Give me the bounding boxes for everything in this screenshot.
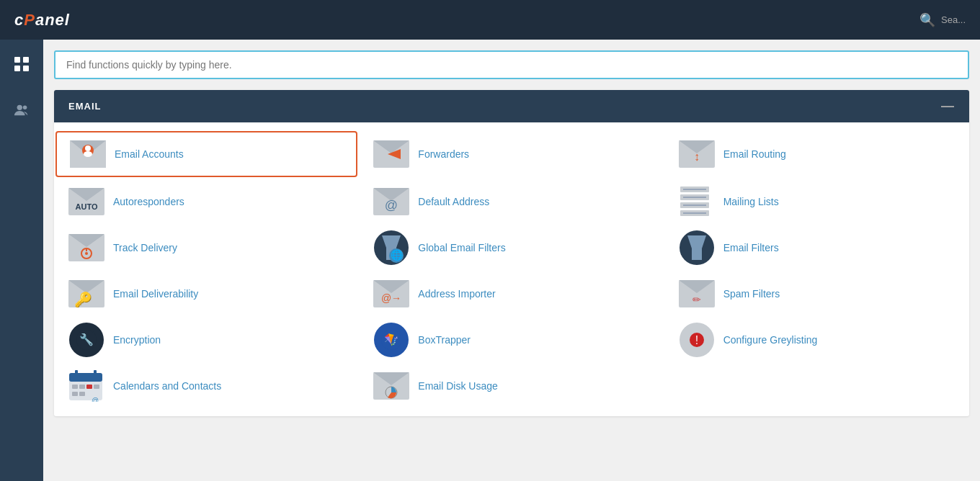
email-disk-usage-label: Email Disk Usage (418, 380, 497, 392)
svg-point-10 (84, 151, 92, 157)
address-importer-label: Address Importer (418, 288, 495, 300)
address-importer-icon: @→ (373, 279, 409, 308)
track-delivery-label: Track Delivery (113, 242, 177, 253)
configure-greylisting-label: Configure Greylisting (723, 334, 818, 346)
svg-point-5 (23, 106, 27, 110)
content-area: EMAIL — Email Accounts (43, 40, 980, 481)
svg-text:🌐: 🌐 (391, 249, 404, 261)
email-filters-icon (679, 233, 715, 262)
svg-rect-62 (94, 370, 97, 376)
svg-point-4 (17, 105, 22, 110)
grid-item-mailing-lists[interactable]: Mailing Lists (664, 179, 969, 225)
email-disk-usage-icon (373, 372, 409, 400)
global-email-filters-icon: 🌐 (373, 233, 409, 262)
sidebar (0, 40, 43, 481)
svg-text:AUTO: AUTO (76, 202, 98, 211)
spam-filters-icon: ✏ (679, 279, 715, 308)
top-navbar: cPanel 🔍 Sea... (0, 0, 980, 40)
section-header: EMAIL — (54, 90, 969, 122)
grid-item-email-routing[interactable]: ↕ Email Routing (664, 130, 969, 179)
configure-greylisting-icon: ! (679, 325, 715, 354)
search-input[interactable] (54, 50, 969, 79)
svg-point-9 (85, 145, 91, 151)
grid-item-forwarders[interactable]: Forwarders (359, 130, 664, 179)
svg-rect-64 (79, 385, 85, 389)
items-grid: Email Accounts Forwarders (54, 122, 969, 416)
sidebar-grid-icon[interactable] (8, 50, 35, 82)
cpanel-logo: cPanel (14, 11, 70, 30)
svg-text:🪁: 🪁 (384, 333, 398, 346)
svg-rect-14 (392, 153, 401, 156)
email-deliverability-label: Email Deliverability (113, 288, 198, 300)
grid-item-configure-greylisting[interactable]: ! Configure Greylisting (664, 317, 969, 363)
boxtrapper-icon: 🪁 (373, 325, 409, 354)
grid-item-address-importer[interactable]: @→ Address Importer (359, 271, 664, 317)
email-routing-icon: ↕ (679, 140, 715, 168)
spam-filters-label: Spam Filters (723, 288, 780, 300)
forwarders-icon (373, 140, 409, 168)
mailing-lists-icon (679, 187, 715, 216)
svg-rect-65 (86, 385, 92, 389)
default-address-icon: @ (373, 187, 409, 216)
collapse-button[interactable]: — (941, 99, 955, 114)
svg-rect-66 (94, 385, 99, 389)
svg-rect-68 (79, 392, 85, 396)
email-accounts-icon (70, 140, 106, 168)
svg-text:↕: ↕ (694, 150, 700, 163)
global-email-filters-label: Global Email Filters (418, 242, 505, 253)
grid-item-autoresponders[interactable]: AUTO Autoresponders (54, 179, 359, 225)
default-address-label: Default Address (418, 196, 489, 207)
grid-item-email-accounts[interactable]: Email Accounts (55, 131, 357, 177)
svg-rect-60 (69, 373, 102, 382)
top-search-area: 🔍 Sea... (919, 12, 966, 28)
sidebar-users-icon[interactable] (8, 96, 35, 128)
search-label: Sea... (941, 14, 966, 25)
grid-item-calendars-contacts[interactable]: @ Calendars and Contacts (54, 363, 359, 409)
forwarders-label: Forwarders (418, 148, 469, 160)
svg-rect-2 (14, 66, 20, 71)
svg-rect-0 (14, 57, 20, 63)
svg-text:🔧: 🔧 (79, 333, 94, 346)
search-bar-container (54, 50, 969, 79)
svg-text:@: @ (385, 198, 398, 212)
search-icon[interactable]: 🔍 (919, 12, 935, 28)
email-routing-label: Email Routing (723, 148, 786, 160)
svg-rect-61 (75, 370, 78, 376)
svg-text:@→: @→ (381, 292, 401, 304)
encryption-icon: 🔧 (68, 325, 104, 354)
svg-text:@: @ (92, 397, 99, 402)
svg-rect-63 (72, 385, 78, 389)
email-deliverability-icon: 🔑 (68, 279, 104, 308)
main-layout: EMAIL — Email Accounts (0, 40, 980, 481)
grid-item-email-filters[interactable]: Email Filters (664, 225, 969, 271)
svg-text:✏: ✏ (692, 294, 701, 305)
grid-item-track-delivery[interactable]: Track Delivery (54, 225, 359, 271)
grid-item-email-deliverability[interactable]: 🔑 Email Deliverability (54, 271, 359, 317)
mailing-lists-label: Mailing Lists (723, 196, 779, 207)
boxtrapper-label: BoxTrapper (418, 334, 471, 346)
svg-text:!: ! (695, 334, 698, 346)
grid-item-default-address[interactable]: @ Default Address (359, 179, 664, 225)
encryption-label: Encryption (113, 334, 161, 346)
grid-item-email-disk-usage[interactable]: Email Disk Usage (359, 363, 664, 409)
grid-item-encryption[interactable]: 🔧 Encryption (54, 317, 359, 363)
svg-rect-3 (23, 66, 29, 71)
svg-rect-67 (72, 392, 78, 396)
svg-text:🔑: 🔑 (74, 291, 92, 307)
autoresponders-icon: AUTO (68, 187, 104, 216)
section-title: EMAIL (68, 101, 101, 112)
email-section: EMAIL — Email Accounts (54, 90, 969, 416)
grid-item-global-email-filters[interactable]: 🌐 Global Email Filters (359, 225, 664, 271)
calendars-contacts-label: Calendars and Contacts (113, 380, 221, 392)
calendars-contacts-icon: @ (68, 372, 104, 400)
svg-rect-1 (23, 57, 29, 63)
track-delivery-icon (68, 233, 104, 262)
grid-item-spam-filters[interactable]: ✏ Spam Filters (664, 271, 969, 317)
email-filters-label: Email Filters (723, 242, 779, 253)
email-accounts-label: Email Accounts (115, 148, 184, 160)
autoresponders-label: Autoresponders (113, 196, 184, 207)
grid-item-boxtrapper[interactable]: 🪁 BoxTrapper (359, 317, 664, 363)
svg-point-35 (85, 252, 88, 255)
